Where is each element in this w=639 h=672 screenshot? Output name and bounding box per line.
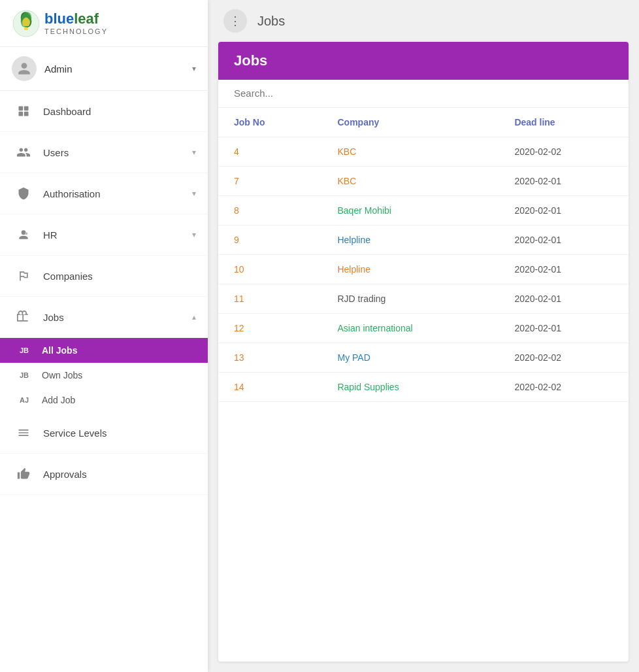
hr-label: HR: [43, 229, 192, 241]
approvals-label: Approvals: [43, 469, 196, 480]
add-job-badge: AJ: [20, 396, 38, 404]
hr-icon: [12, 223, 35, 246]
search-bar[interactable]: [218, 80, 629, 108]
menu-dots-button[interactable]: ⋮: [223, 9, 247, 33]
authorisation-label: Authorisation: [43, 188, 192, 199]
cell-deadline: 2020-02-01: [499, 226, 629, 255]
cell-deadline: 2020-02-01: [499, 314, 629, 343]
cell-company: RJD trading: [321, 284, 499, 314]
cell-deadline: 2020-02-01: [499, 284, 629, 314]
sidebar-item-approvals[interactable]: Approvals: [0, 454, 208, 495]
cell-deadline: 2020-02-02: [499, 343, 629, 373]
content-header: Jobs: [218, 42, 629, 80]
sidebar: blueleaf TECHNOLOGY Admin ▾ Dashboard: [0, 0, 208, 672]
logo-area: blueleaf TECHNOLOGY: [0, 0, 208, 47]
user-chevron-icon: ▾: [192, 64, 196, 73]
jobs-content-card: Jobs Job No Company Dead line 4 KBC 2020…: [218, 42, 629, 662]
svg-point-9: [25, 232, 27, 235]
sidebar-item-companies[interactable]: Companies: [0, 256, 208, 297]
avatar: [12, 56, 37, 81]
cell-company: Helpline: [321, 226, 499, 255]
table-header-row: Job No Company Dead line: [218, 108, 629, 137]
content-header-title: Jobs: [234, 52, 267, 69]
svg-rect-4: [19, 107, 24, 111]
service-levels-label: Service Levels: [43, 428, 196, 439]
users-label: Users: [43, 147, 192, 158]
sidebar-sub-own-jobs[interactable]: JB Own Jobs: [0, 363, 208, 388]
logo-tech-text: TECHNOLOGY: [44, 27, 108, 35]
search-input[interactable]: [234, 88, 613, 99]
table-row[interactable]: 9 Helpline 2020-02-01: [218, 226, 629, 255]
sidebar-sub-all-jobs[interactable]: JB All Jobs: [0, 338, 208, 363]
logo-green-text: leaf: [74, 10, 99, 27]
svg-rect-7: [24, 112, 29, 116]
service-icon: [12, 421, 35, 445]
sidebar-item-service-levels[interactable]: Service Levels: [0, 412, 208, 454]
authorisation-arrow-icon: ▾: [192, 189, 196, 198]
cell-company: Asian international: [321, 314, 499, 343]
cell-company: Helpline: [321, 255, 499, 284]
users-icon: [12, 141, 35, 164]
sidebar-item-authorisation[interactable]: Authorisation ▾: [0, 173, 208, 214]
jobs-icon: [12, 305, 35, 329]
cell-deadline: 2020-02-02: [499, 373, 629, 402]
sidebar-item-jobs[interactable]: Jobs ▴: [0, 297, 208, 338]
col-deadline: Dead line: [499, 108, 629, 137]
add-job-label: Add Job: [42, 395, 196, 405]
approvals-icon: [12, 462, 35, 486]
svg-rect-3: [24, 27, 28, 30]
all-jobs-label: All Jobs: [42, 345, 196, 356]
cell-job-no: 10: [218, 255, 321, 284]
all-jobs-badge: JB: [20, 346, 38, 354]
cell-job-no: 12: [218, 314, 321, 343]
svg-rect-6: [19, 112, 24, 116]
sidebar-item-users[interactable]: Users ▾: [0, 132, 208, 173]
own-jobs-label: Own Jobs: [42, 370, 196, 380]
table-row[interactable]: 7 KBC 2020-02-01: [218, 167, 629, 196]
cell-job-no: 13: [218, 343, 321, 373]
cell-job-no: 8: [218, 196, 321, 226]
table-row[interactable]: 11 RJD trading 2020-02-01: [218, 284, 629, 314]
cell-company: Baqer Mohibi: [321, 196, 499, 226]
table-row[interactable]: 8 Baqer Mohibi 2020-02-01: [218, 196, 629, 226]
user-name: Admin: [44, 63, 192, 75]
own-jobs-badge: JB: [20, 371, 38, 379]
cell-job-no: 4: [218, 137, 321, 167]
users-arrow-icon: ▾: [192, 148, 196, 157]
logo-icon: [12, 9, 41, 38]
user-menu[interactable]: Admin ▾: [0, 47, 208, 91]
table-row[interactable]: 12 Asian international 2020-02-01: [218, 314, 629, 343]
cell-job-no: 11: [218, 284, 321, 314]
logo-blue-text: blue: [44, 10, 74, 27]
jobs-table-area: Job No Company Dead line 4 KBC 2020-02-0…: [218, 108, 629, 662]
sidebar-item-dashboard[interactable]: Dashboard: [0, 91, 208, 132]
cell-job-no: 7: [218, 167, 321, 196]
vertical-dots-icon: ⋮: [229, 15, 241, 27]
top-bar: ⋮ Jobs: [208, 0, 639, 42]
cell-deadline: 2020-02-01: [499, 167, 629, 196]
jobs-table: Job No Company Dead line 4 KBC 2020-02-0…: [218, 108, 629, 402]
page-title: Jobs: [257, 14, 285, 29]
cell-company: Rapid Supplies: [321, 373, 499, 402]
hr-arrow-icon: ▾: [192, 230, 196, 239]
cell-company: KBC: [321, 137, 499, 167]
cell-deadline: 2020-02-01: [499, 255, 629, 284]
cell-company: KBC: [321, 167, 499, 196]
cell-job-no: 14: [218, 373, 321, 402]
sidebar-item-hr[interactable]: HR ▾: [0, 214, 208, 256]
cell-company: My PAD: [321, 343, 499, 373]
table-row[interactable]: 4 KBC 2020-02-02: [218, 137, 629, 167]
main-content: ⋮ Jobs Jobs Job No Company Dead line: [208, 0, 639, 672]
sidebar-sub-add-job[interactable]: AJ Add Job: [0, 388, 208, 412]
table-row[interactable]: 14 Rapid Supplies 2020-02-02: [218, 373, 629, 402]
grid-icon: [12, 99, 35, 123]
cell-deadline: 2020-02-01: [499, 196, 629, 226]
jobs-label: Jobs: [43, 312, 192, 323]
table-row[interactable]: 10 Helpline 2020-02-01: [218, 255, 629, 284]
table-row[interactable]: 13 My PAD 2020-02-02: [218, 343, 629, 373]
col-company: Company: [321, 108, 499, 137]
jobs-arrow-icon: ▴: [192, 312, 196, 322]
companies-icon: [12, 264, 35, 288]
cell-deadline: 2020-02-02: [499, 137, 629, 167]
companies-label: Companies: [43, 271, 196, 282]
